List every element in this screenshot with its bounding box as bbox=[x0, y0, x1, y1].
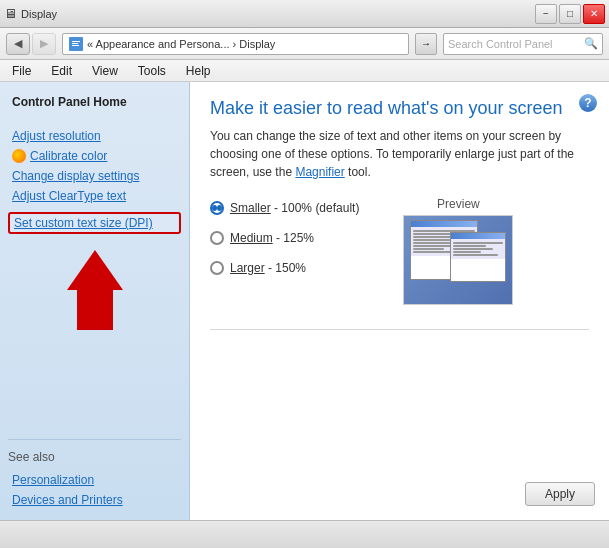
window-title: Display bbox=[21, 8, 57, 20]
preview-content-2 bbox=[451, 239, 505, 259]
preview-label: Preview bbox=[437, 197, 480, 211]
sidebar-devices-printers[interactable]: Devices and Printers bbox=[8, 490, 181, 510]
content-area: ? Make it easier to read what's on your … bbox=[190, 82, 609, 520]
see-also-label: See also bbox=[8, 450, 181, 464]
sidebar-adjust-cleartype[interactable]: Adjust ClearType text bbox=[8, 186, 181, 206]
radio-smaller-label: Smaller - 100% (default) bbox=[230, 201, 359, 215]
address-bar: ◀ ▶ « Appearance and Persona... › Displa… bbox=[0, 28, 609, 60]
magnifier-link[interactable]: Magnifier bbox=[295, 165, 344, 179]
radio-larger[interactable]: Larger - 150% bbox=[210, 261, 359, 275]
sidebar-change-display-settings[interactable]: Change display settings bbox=[8, 166, 181, 186]
preview-line bbox=[453, 245, 486, 247]
status-bar bbox=[0, 520, 609, 548]
radio-larger-circle bbox=[210, 261, 224, 275]
content-title: Make it easier to read what's on your sc… bbox=[210, 98, 589, 119]
search-icon: 🔍 bbox=[584, 37, 598, 50]
sidebar-control-panel-home[interactable]: Control Panel Home bbox=[8, 92, 181, 112]
radio-section: Smaller - 100% (default) Medium - 125% L… bbox=[210, 197, 589, 305]
menu-tools[interactable]: Tools bbox=[134, 62, 170, 80]
refresh-button[interactable]: → bbox=[415, 33, 437, 55]
menu-view[interactable]: View bbox=[88, 62, 122, 80]
preview-line bbox=[413, 239, 450, 241]
preview-section: Preview bbox=[403, 197, 513, 305]
preview-window-2 bbox=[450, 232, 506, 282]
preview-line bbox=[453, 248, 493, 250]
maximize-button[interactable]: □ bbox=[559, 4, 581, 24]
preview-line bbox=[453, 254, 498, 256]
up-arrow-head bbox=[67, 250, 123, 290]
radio-medium[interactable]: Medium - 125% bbox=[210, 231, 359, 245]
menu-bar: File Edit View Tools Help bbox=[0, 60, 609, 82]
radio-options: Smaller - 100% (default) Medium - 125% L… bbox=[210, 201, 359, 305]
menu-help[interactable]: Help bbox=[182, 62, 215, 80]
menu-edit[interactable]: Edit bbox=[47, 62, 76, 80]
preview-image bbox=[403, 215, 513, 305]
radio-smaller-circle bbox=[210, 201, 224, 215]
preview-line bbox=[413, 248, 444, 250]
sidebar-adjust-resolution[interactable]: Adjust resolution bbox=[8, 126, 181, 146]
window-icon: 🖥 bbox=[4, 6, 17, 21]
help-icon[interactable]: ? bbox=[579, 94, 597, 112]
arrow-annotation bbox=[8, 242, 181, 290]
breadcrumb-bar: « Appearance and Persona... › Display bbox=[62, 33, 409, 55]
radio-medium-circle bbox=[210, 231, 224, 245]
sidebar: Control Panel Home Adjust resolution Cal… bbox=[0, 82, 190, 520]
main-layout: Control Panel Home Adjust resolution Cal… bbox=[0, 82, 609, 520]
forward-button[interactable]: ▶ bbox=[32, 33, 56, 55]
menu-file[interactable]: File bbox=[8, 62, 35, 80]
sidebar-divider bbox=[8, 439, 181, 440]
title-bar: 🖥 Display − □ ✕ bbox=[0, 0, 609, 28]
svg-rect-3 bbox=[72, 45, 79, 46]
calibrate-icon bbox=[12, 149, 26, 163]
radio-smaller[interactable]: Smaller - 100% (default) bbox=[210, 201, 359, 215]
radio-medium-label: Medium - 125% bbox=[230, 231, 314, 245]
sidebar-set-custom-dpi[interactable]: Set custom text size (DPI) bbox=[8, 212, 181, 234]
search-placeholder: Search Control Panel bbox=[448, 38, 553, 50]
title-bar-left: 🖥 Display bbox=[4, 6, 57, 21]
preview-line bbox=[453, 242, 503, 244]
search-bar[interactable]: Search Control Panel 🔍 bbox=[443, 33, 603, 55]
sidebar-personalization[interactable]: Personalization bbox=[8, 470, 181, 490]
nav-buttons: ◀ ▶ bbox=[6, 33, 56, 55]
sidebar-calibrate-color[interactable]: Calibrate color bbox=[8, 146, 181, 166]
content-description: You can change the size of text and othe… bbox=[210, 127, 589, 181]
apply-button[interactable]: Apply bbox=[525, 482, 595, 506]
back-button[interactable]: ◀ bbox=[6, 33, 30, 55]
close-button[interactable]: ✕ bbox=[583, 4, 605, 24]
svg-rect-2 bbox=[72, 43, 78, 44]
content-divider bbox=[210, 329, 589, 330]
title-bar-controls: − □ ✕ bbox=[535, 4, 605, 24]
minimize-button[interactable]: − bbox=[535, 4, 557, 24]
preview-line bbox=[453, 251, 481, 253]
breadcrumb-icon bbox=[69, 37, 83, 51]
radio-larger-label: Larger - 150% bbox=[230, 261, 306, 275]
svg-rect-1 bbox=[72, 41, 80, 42]
breadcrumb-text: « Appearance and Persona... › Display bbox=[87, 38, 275, 50]
